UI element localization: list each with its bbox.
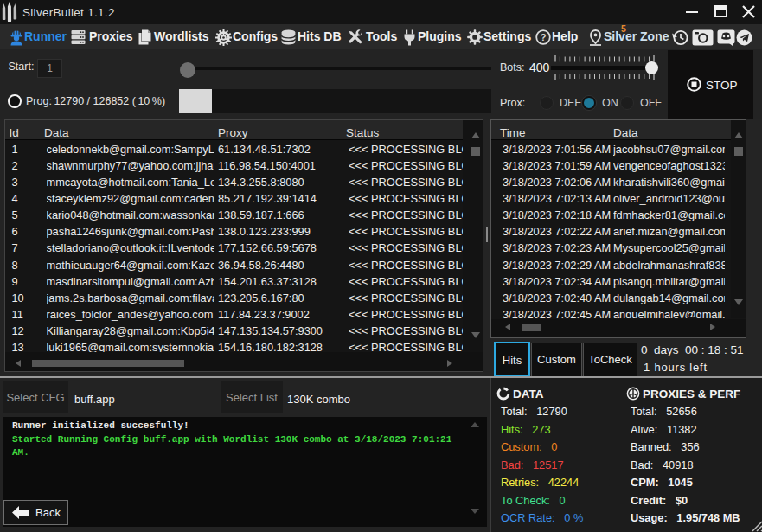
svg-text:?: ? xyxy=(541,32,547,42)
